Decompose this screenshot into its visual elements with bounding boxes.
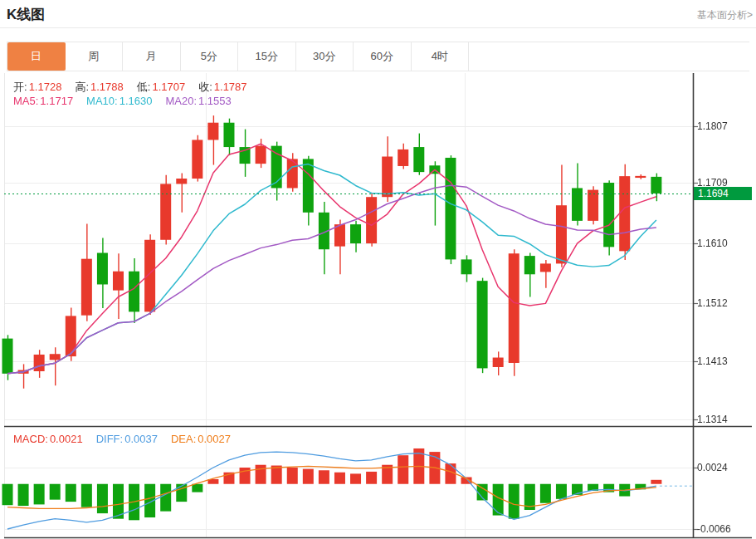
ohlc-info-row: 开:1.1728高:1.1788低:1.1707收:1.1787: [13, 80, 261, 95]
axis-tick-label: 1.1807: [697, 120, 728, 132]
info-item: MACD:0.0021: [13, 433, 83, 445]
info-item: 开:1.1728: [13, 81, 61, 93]
axis-tick-label: 0.0024: [697, 462, 728, 473]
info-item: MA20:1.1553: [165, 95, 231, 107]
info-item: DIFF:0.0037: [96, 433, 158, 445]
info-item: 高:1.1788: [75, 81, 123, 93]
kline-widget: K线图 基本面分析> 日周月5分15分30分60分4时 开:1.1728高:1.…: [0, 0, 756, 539]
info-item: MA10:1.1630: [86, 95, 152, 107]
axis-tick-label: 1.1512: [697, 297, 728, 309]
axis-tick-label: 1.1610: [697, 238, 728, 249]
current-price-badge: 1.1694: [694, 187, 752, 200]
axis-tick-label: 1.1314: [697, 414, 728, 425]
info-item: DEA:0.0027: [171, 433, 231, 445]
axis-tick-label: 1.1413: [697, 355, 728, 367]
info-item: 低:1.1707: [137, 81, 185, 93]
ma-info-row: MA5:1.1717MA10:1.1630MA20:1.1553: [13, 95, 245, 107]
info-item: 收:1.1787: [198, 81, 246, 93]
axis-tick-label: -0.0066: [697, 523, 731, 535]
info-item: MA5:1.1717: [13, 95, 73, 107]
macd-info-row: MACD:0.0021DIFF:0.0037DEA:0.0027: [13, 433, 244, 445]
